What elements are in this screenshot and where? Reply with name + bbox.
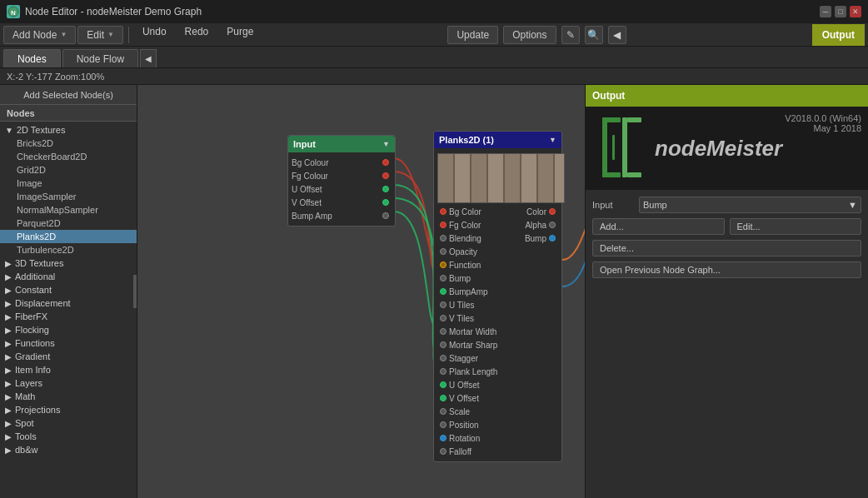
port-in-bump[interactable] xyxy=(440,275,446,281)
node-input-collapse[interactable]: ▼ xyxy=(382,140,390,148)
port-in-mortar-width[interactable] xyxy=(440,328,446,335)
port-dot-v-offset[interactable] xyxy=(382,199,389,206)
tab-nodes[interactable]: Nodes xyxy=(3,49,61,67)
category-3d-textures[interactable]: ▶ 3D Textures xyxy=(0,256,137,270)
maximize-btn[interactable]: □ xyxy=(835,6,846,17)
port-dot-fg-colour[interactable] xyxy=(382,172,389,179)
node-item-imagesampler[interactable]: ImageSampler xyxy=(0,190,137,203)
node-input-header[interactable]: Input ▼ xyxy=(288,136,395,152)
category-additional[interactable]: ▶ Additional xyxy=(0,270,137,283)
category-functions[interactable]: ▶ Functions xyxy=(0,336,137,350)
category-2d-textures[interactable]: ▼ 2D Textures xyxy=(0,123,137,137)
port-in-position[interactable] xyxy=(440,421,446,428)
node-item-normalmapsampler[interactable]: NormalMapSampler xyxy=(0,203,137,217)
resize-handle[interactable] xyxy=(133,275,137,308)
port-in-uoffset[interactable] xyxy=(440,381,446,388)
port-in-opacity[interactable] xyxy=(440,248,446,255)
category-displacement[interactable]: ▶ Displacement xyxy=(0,296,137,310)
node-item-bricks2d[interactable]: Bricks2D xyxy=(0,137,137,150)
edit-button[interactable]: Edit... xyxy=(730,218,862,235)
delete-button[interactable]: Delete... xyxy=(592,240,861,256)
expand-arrow-add: ▶ xyxy=(5,272,12,281)
port-dot-bump-amp[interactable] xyxy=(382,212,389,219)
node-item-checkerboard2d[interactable]: CheckerBoard2D xyxy=(0,150,137,163)
node-planks2d[interactable]: Planks2D (1) ▼ Bg Color Color xyxy=(433,131,562,462)
undo-btn[interactable]: Undo xyxy=(134,26,175,44)
port-dot-u-offset[interactable] xyxy=(382,186,389,192)
port-in-utiles[interactable] xyxy=(440,301,446,308)
svg-rect-4 xyxy=(602,117,621,122)
port-in-scale[interactable] xyxy=(440,408,446,415)
port-in-bg-color[interactable] xyxy=(440,208,446,215)
port-voffset-row: V Offset xyxy=(434,391,561,405)
node-item-planks2d[interactable]: Planks2D xyxy=(0,230,137,243)
svg-rect-6 xyxy=(622,117,627,177)
expand-arrow-dbw: ▶ xyxy=(5,446,12,455)
app-icon: N xyxy=(7,5,20,18)
zoom-icon[interactable]: 🔍 xyxy=(585,26,603,44)
category-constant[interactable]: ▶ Constant xyxy=(0,283,137,296)
port-out-bump[interactable] xyxy=(549,235,556,242)
category-flocking[interactable]: ▶ Flocking xyxy=(0,323,137,336)
node-input[interactable]: Input ▼ Bg Colour Fg Colour U Offset xyxy=(287,135,396,227)
port-in-vtiles[interactable] xyxy=(440,315,446,321)
options-btn[interactable]: Options xyxy=(503,26,556,44)
tab-scroll-arrow[interactable]: ◀ xyxy=(140,49,157,67)
port-opacity-row: Opacity xyxy=(434,245,561,258)
category-layers[interactable]: ▶ Layers xyxy=(0,376,137,390)
redo-btn[interactable]: Redo xyxy=(177,26,217,44)
input-dropdown[interactable]: Bump ▼ xyxy=(639,197,861,213)
window-controls[interactable]: ─ □ ✕ xyxy=(820,6,861,17)
purge-btn[interactable]: Purge xyxy=(218,26,262,44)
port-falloff-row: Falloff xyxy=(434,445,561,458)
tab-node-flow[interactable]: Node Flow xyxy=(62,49,138,67)
port-in-plank-length[interactable] xyxy=(440,368,446,375)
right-panel: Output V2018.0.0 (Win64) May 1 2018 xyxy=(585,85,868,498)
category-tools[interactable]: ▶ Tools xyxy=(0,430,137,443)
port-in-mortar-sharp[interactable] xyxy=(440,341,446,348)
port-in-voffset[interactable] xyxy=(440,395,446,401)
port-in-falloff[interactable] xyxy=(440,448,446,455)
port-out-color[interactable] xyxy=(549,208,556,215)
port-in-function[interactable] xyxy=(440,261,446,268)
node-item-parquet2d[interactable]: Parquet2D xyxy=(0,217,137,230)
minimize-btn[interactable]: ─ xyxy=(820,6,831,17)
port-in-stagger[interactable] xyxy=(440,355,446,361)
edit-menu[interactable]: Edit ▼ xyxy=(77,26,123,44)
category-math[interactable]: ▶ Math xyxy=(0,390,137,403)
port-in-blending[interactable] xyxy=(440,235,446,242)
logo-text: nodeMeister xyxy=(655,136,782,162)
port-dot-bg-colour[interactable] xyxy=(382,159,389,166)
canvas-area[interactable]: Input ▼ Bg Colour Fg Colour U Offset xyxy=(137,85,585,498)
add-selected-button[interactable]: Add Selected Node(s) xyxy=(0,85,137,105)
category-projections[interactable]: ▶ Projections xyxy=(0,403,137,416)
category-gradient[interactable]: ▶ Gradient xyxy=(0,350,137,363)
node-item-turbulence2d[interactable]: Turbulence2D xyxy=(0,243,137,256)
add-node-menu[interactable]: Add Node ▼ xyxy=(3,26,76,44)
update-btn[interactable]: Update xyxy=(447,26,498,44)
node-item-image[interactable]: Image xyxy=(0,177,137,190)
node-planks-header[interactable]: Planks2D (1) ▼ xyxy=(434,132,561,148)
port-out-alpha[interactable] xyxy=(549,222,556,228)
port-in-bumpamp[interactable] xyxy=(440,288,446,295)
port-in-rotation[interactable] xyxy=(440,435,446,441)
title-bar: N Node Editor - nodeMeister Demo Graph ─… xyxy=(0,0,868,23)
close-btn[interactable]: ✕ xyxy=(850,6,861,17)
port-mortar-sharp-row: Mortar Sharp xyxy=(434,338,561,351)
output-label: Output xyxy=(812,24,865,46)
category-item-info[interactable]: ▶ Item Info xyxy=(0,363,137,376)
add-button[interactable]: Add... xyxy=(592,218,725,235)
category-spot[interactable]: ▶ Spot xyxy=(0,416,137,430)
nav-left-icon[interactable]: ◀ xyxy=(608,26,626,44)
main-layout: Add Selected Node(s) Nodes ▼ 2D Textures… xyxy=(0,85,868,498)
node-planks-collapse[interactable]: ▼ xyxy=(549,136,556,144)
node-item-grid2d[interactable]: Grid2D xyxy=(0,163,137,177)
category-fiberfx[interactable]: ▶ FiberFX xyxy=(0,310,137,323)
category-dbw[interactable]: ▶ db&w xyxy=(0,443,137,456)
node-input-body: Bg Colour Fg Colour U Offset V Offset xyxy=(288,152,395,226)
port-in-fg-color[interactable] xyxy=(440,222,446,228)
open-prev-button[interactable]: Open Previous Node Graph... xyxy=(592,261,861,278)
port-u-offset: U Offset xyxy=(288,182,395,196)
pencil-icon[interactable]: ✎ xyxy=(561,26,580,44)
port-fg-color-row: Fg Color Alpha xyxy=(434,218,561,232)
